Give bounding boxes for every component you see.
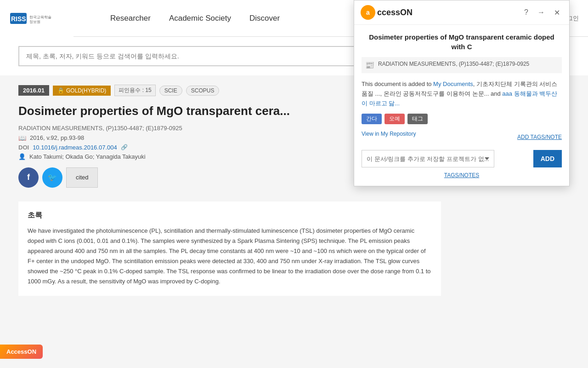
popup-doc-text: This document is added to My Documents, …	[362, 80, 562, 108]
popup-tags: 간다 오예 태그	[362, 114, 562, 124]
book-icon: 📖	[18, 134, 26, 142]
popup-header: a ccessON ? → ✕	[354, 0, 569, 25]
nav-discover[interactable]: Discover	[249, 14, 280, 23]
lock-icon: 🔒	[57, 87, 64, 94]
popup-project-row: 이 문서/링크를 추가로 저장할 프로젝트가 없... ADD	[362, 150, 562, 167]
tags-notes-link[interactable]: TAGS/NOTES	[362, 172, 562, 178]
cite-badge: 피인용수 : 15	[114, 85, 155, 96]
author-icon: 👤	[18, 153, 26, 160]
view-add-row: View in My Repository ADD TAGS/NOTE	[362, 131, 562, 144]
scopus-badge: SCOPUS	[186, 86, 220, 96]
abstract-text: We have investigated the photoluminescen…	[28, 226, 432, 287]
popup-help-button[interactable]: ?	[521, 7, 531, 18]
popup-journal-icon: 📰	[365, 61, 374, 69]
popup-logo: a ccessON	[361, 5, 413, 20]
site-logo: RISS 한국교육학술 정보원	[0, 0, 74, 37]
gold-badge: 🔒 GOLD(HYBRID)	[53, 86, 111, 96]
twitter-button[interactable]: 🐦	[42, 167, 62, 188]
project-select-wrapper: 이 문서/링크를 추가로 저장할 프로젝트가 없...	[362, 150, 530, 167]
tag-note-button[interactable]: 오예	[384, 114, 405, 124]
search-input[interactable]	[18, 46, 377, 66]
view-repo-link[interactable]: View in My Repository	[362, 131, 416, 137]
year-badge: 2016.01	[18, 85, 49, 96]
my-documents-link[interactable]: My Documents	[433, 80, 473, 87]
abstract-title: 초록	[28, 211, 432, 220]
project-select[interactable]: 이 문서/링크를 추가로 저장할 프로젝트가 없...	[362, 150, 494, 167]
popup-article-title: Dosimeter properties of MgO transparent …	[362, 32, 562, 52]
popup-body: Dosimeter properties of MgO transparent …	[354, 25, 569, 186]
popup-close-button[interactable]: ✕	[551, 7, 563, 18]
scie-badge: SCIE	[159, 86, 182, 96]
tag-simple-button[interactable]: 간다	[362, 114, 382, 124]
accesson-popup: a ccessON ? → ✕ Dosimeter properties of …	[354, 0, 570, 186]
svg-text:RISS: RISS	[11, 15, 26, 23]
popup-share-button[interactable]: →	[535, 7, 548, 18]
popup-journal: 📰 RADIATION MEASUREMENTS, (P)1350-4487; …	[362, 57, 562, 73]
accesson-logo-icon: a	[361, 5, 375, 20]
facebook-button[interactable]: f	[18, 167, 39, 188]
add-tags-note-button[interactable]: ADD TAGS/NOTE	[517, 134, 562, 140]
main-nav: Researcher Academic Society Discover	[110, 14, 280, 23]
doi-label: DOI	[18, 144, 29, 151]
popup-header-icons: ? → ✕	[521, 7, 563, 18]
svg-text:한국교육학술: 한국교육학술	[29, 15, 51, 19]
nav-academic-society[interactable]: Academic Society	[169, 14, 231, 23]
cited-button[interactable]: cited	[66, 167, 98, 188]
nav-researcher[interactable]: Researcher	[110, 14, 151, 23]
abstract-section: 초록 We have investigated the photolumines…	[18, 201, 441, 296]
tag-tag-button[interactable]: 태그	[407, 114, 428, 124]
add-button[interactable]: ADD	[533, 150, 562, 167]
svg-text:정보원: 정보원	[29, 20, 40, 24]
doi-icon: 🔗	[121, 144, 128, 150]
doi-link[interactable]: 10.1016/j.radmeas.2016.07.004	[33, 144, 117, 151]
